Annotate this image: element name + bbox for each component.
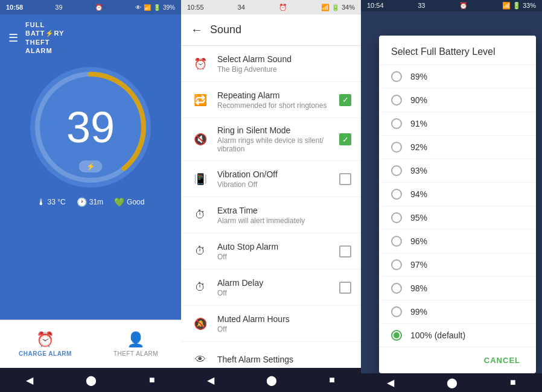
radio-89[interactable] [391,71,402,82]
ring-silent-checkbox[interactable]: ✓ [339,133,351,145]
radio-99[interactable] [391,306,402,317]
radio-91[interactable] [391,118,402,129]
time-2: 10:55 [187,4,204,11]
option-100-default[interactable]: 100% (default) [379,324,536,347]
option-95[interactable]: 95% [379,206,536,230]
battery-icon-2: 🔋 [331,4,340,11]
option-91[interactable]: 91% [379,112,536,136]
back-nav-3[interactable]: ◀ [387,377,394,388]
muted-hours-icon: 🔕 [191,317,210,330]
home-nav-2[interactable]: ⬤ [266,375,277,386]
radio-92[interactable] [391,142,402,153]
theft-alarm-label: THEFT ALARM [113,350,158,357]
hamburger-icon[interactable]: ☰ [8,31,18,45]
back-nav-1[interactable]: ◀ [26,375,33,386]
radio-94[interactable] [391,189,402,200]
status-bar-3: 10:54 33 ⏰ 📶 🔋 33% [361,0,542,11]
alarm-delay-control[interactable] [339,282,351,294]
sound-settings-title: Sound [210,24,241,36]
alarm-sound-text: Select Alarm Sound The Big Adventure [217,54,351,74]
radio-97[interactable] [391,259,402,270]
label-95: 95% [410,213,427,223]
battery-num-2: 34 [238,4,245,11]
sound-settings-header: ← Sound [181,14,361,46]
battery-num-3: 33 [418,2,425,9]
auto-stop-icon: ⏱ [191,245,210,258]
vibration-checkbox[interactable] [339,173,351,185]
ring-silent-control[interactable]: ✓ [339,133,351,145]
setting-theft-settings[interactable]: 👁 Theft Alarm Settings [181,342,361,368]
battery-circle: 39 ⚡ [30,67,151,188]
home-nav-1[interactable]: ⬤ [86,375,97,386]
option-92[interactable]: 92% [379,136,536,159]
battery-options-list[interactable]: 89% 90% 91% 92% 93% [379,65,536,347]
setting-alarm-delay[interactable]: ⏱ Alarm Delay Off [181,270,361,306]
battery-circle-area: 39 ⚡ 🌡 33 °C 🕐 31m 💚 Good [0,61,181,320]
home-nav-3[interactable]: ⬤ [447,377,458,388]
radio-90[interactable] [391,95,402,106]
nav-bar-2: ◀ ⬤ ■ [181,368,361,392]
theft-alarm-icon: 👤 [127,331,145,348]
vibration-subtitle: Vibration Off [217,180,334,189]
option-99[interactable]: 99% [379,300,536,324]
heart-icon: 💚 [114,197,124,207]
radio-95[interactable] [391,212,402,223]
health-stat: 💚 Good [114,197,144,207]
radio-93[interactable] [391,165,402,176]
radio-96[interactable] [391,236,402,247]
bottom-tabs: ⏰ CHARGE ALARM 👤 THEFT ALARM [0,320,181,368]
time-3: 10:54 [367,2,384,9]
radio-98[interactable] [391,283,402,294]
battery-icon-1: 🔋 [153,4,161,11]
label-93: 93% [410,166,427,175]
label-99: 99% [410,307,427,317]
label-94: 94% [410,189,427,199]
vibration-control[interactable] [339,173,351,185]
back-button[interactable]: ← [191,23,203,37]
time-1: 10:58 [6,4,23,11]
theft-settings-text: Theft Alarm Settings [217,355,351,365]
auto-stop-subtitle: Off [217,253,334,261]
option-97[interactable]: 97% [379,253,536,277]
tab-charge-alarm[interactable]: ⏰ CHARGE ALARM [0,320,91,368]
alarm-sound-icon: ⏰ [191,57,210,71]
charge-alarm-label: CHARGE ALARM [19,350,72,357]
thermometer-icon: 🌡 [37,197,45,207]
wifi-icon-3: 📶 [502,2,511,9]
option-96[interactable]: 96% [379,230,536,253]
setting-extra-time[interactable]: ⏱ Extra Time Alarm will alert immediatel… [181,197,361,233]
auto-stop-checkbox[interactable] [339,245,351,258]
cancel-button[interactable]: CANCEL [478,352,526,368]
option-93[interactable]: 93% [379,159,536,183]
ring-silent-title: Ring in Silent Mode [217,125,334,135]
recents-nav-1[interactable]: ■ [149,375,155,385]
label-90: 90% [410,95,427,105]
extra-time-icon: ⏱ [191,209,210,221]
option-98[interactable]: 98% [379,277,536,300]
alarm-delay-checkbox[interactable] [339,282,351,294]
setting-repeating-alarm[interactable]: 🔁 Repeating Alarm Recommended for short … [181,82,361,118]
repeating-alarm-text: Repeating Alarm Recommended for short ri… [217,90,334,110]
extra-time-title: Extra Time [217,206,351,215]
dialog-overlay: Select Full Battery Level 89% 90% 91% 92… [361,11,542,373]
repeating-alarm-checkbox[interactable]: ✓ [339,94,351,106]
setting-alarm-sound[interactable]: ⏰ Select Alarm Sound The Big Adventure [181,46,361,82]
theft-settings-icon: 👁 [191,353,210,366]
setting-vibration[interactable]: 📳 Vibration On/Off Vibration Off [181,161,361,197]
back-nav-2[interactable]: ◀ [207,375,214,386]
setting-ring-silent[interactable]: 🔇 Ring in Silent Mode Alarm rings while … [181,118,361,161]
option-94[interactable]: 94% [379,183,536,206]
setting-muted-hours[interactable]: 🔕 Muted Alarm Hours Off [181,306,361,342]
recents-nav-2[interactable]: ■ [329,375,335,385]
repeating-alarm-control[interactable]: ✓ [339,94,351,106]
recents-nav-3[interactable]: ■ [510,377,516,388]
setting-auto-stop[interactable]: ⏱ Auto Stop Alarm Off [181,233,361,270]
option-90[interactable]: 90% [379,89,536,112]
radio-100[interactable] [391,330,402,341]
settings-list[interactable]: ⏰ Select Alarm Sound The Big Adventure 🔁… [181,46,361,368]
tab-theft-alarm[interactable]: 👤 THEFT ALARM [91,320,181,368]
auto-stop-control[interactable] [339,245,351,258]
ring-silent-text: Ring in Silent Mode Alarm rings while de… [217,125,334,153]
option-89[interactable]: 89% [379,65,536,89]
ring-silent-icon: 🔇 [191,133,210,146]
